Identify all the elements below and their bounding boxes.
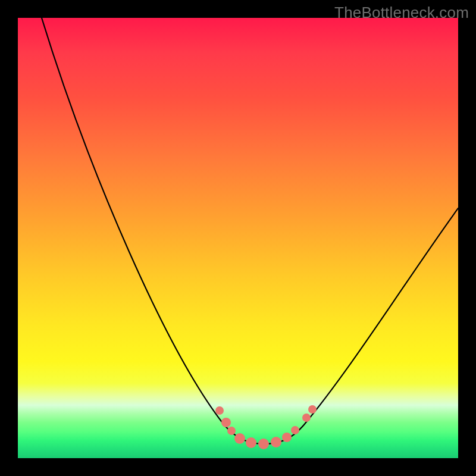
- plot-area: [18, 18, 458, 458]
- curve-marker: [271, 437, 281, 447]
- curve-marker: [282, 433, 292, 442]
- curve-marker: [215, 406, 224, 415]
- curve-marker: [291, 426, 299, 434]
- chart-frame: TheBottleneck.com: [0, 0, 476, 476]
- curve-marker: [302, 414, 311, 422]
- curve-marker: [234, 433, 245, 444]
- bottleneck-curve: [42, 18, 458, 444]
- watermark-text: TheBottleneck.com: [334, 4, 469, 22]
- curve-marker: [258, 439, 269, 449]
- curve-marker: [308, 405, 317, 414]
- curve-layer: [18, 18, 458, 458]
- curve-marker: [246, 437, 256, 448]
- curve-marker: [227, 427, 236, 435]
- curve-marker: [221, 418, 231, 427]
